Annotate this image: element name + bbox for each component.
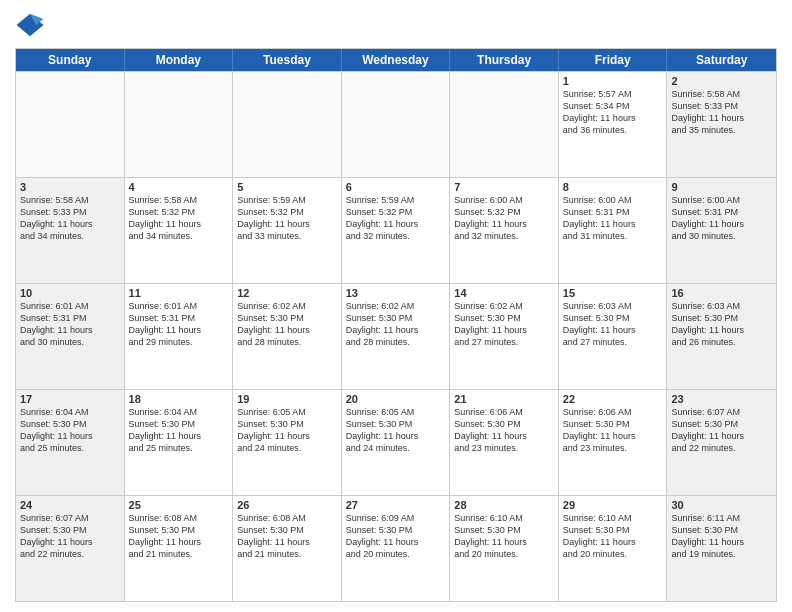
day-number: 23 bbox=[671, 393, 772, 405]
cell-info: Sunrise: 6:10 AMSunset: 5:30 PMDaylight:… bbox=[563, 512, 663, 561]
calendar-header: SundayMondayTuesdayWednesdayThursdayFrid… bbox=[16, 49, 776, 71]
cell-info: Sunrise: 6:06 AMSunset: 5:30 PMDaylight:… bbox=[454, 406, 554, 455]
cal-cell-empty bbox=[342, 72, 451, 177]
day-number: 25 bbox=[129, 499, 229, 511]
cal-cell-10: 10Sunrise: 6:01 AMSunset: 5:31 PMDayligh… bbox=[16, 284, 125, 389]
day-number: 13 bbox=[346, 287, 446, 299]
cal-row-1: 3Sunrise: 5:58 AMSunset: 5:33 PMDaylight… bbox=[16, 177, 776, 283]
day-number: 7 bbox=[454, 181, 554, 193]
day-number: 3 bbox=[20, 181, 120, 193]
cal-cell-7: 7Sunrise: 6:00 AMSunset: 5:32 PMDaylight… bbox=[450, 178, 559, 283]
day-number: 20 bbox=[346, 393, 446, 405]
calendar: SundayMondayTuesdayWednesdayThursdayFrid… bbox=[15, 48, 777, 602]
cell-info: Sunrise: 6:07 AMSunset: 5:30 PMDaylight:… bbox=[671, 406, 772, 455]
cal-cell-24: 24Sunrise: 6:07 AMSunset: 5:30 PMDayligh… bbox=[16, 496, 125, 601]
cal-cell-empty bbox=[233, 72, 342, 177]
cal-cell-12: 12Sunrise: 6:02 AMSunset: 5:30 PMDayligh… bbox=[233, 284, 342, 389]
day-number: 28 bbox=[454, 499, 554, 511]
cal-cell-6: 6Sunrise: 5:59 AMSunset: 5:32 PMDaylight… bbox=[342, 178, 451, 283]
day-number: 17 bbox=[20, 393, 120, 405]
day-number: 10 bbox=[20, 287, 120, 299]
day-number: 2 bbox=[671, 75, 772, 87]
cell-info: Sunrise: 6:04 AMSunset: 5:30 PMDaylight:… bbox=[20, 406, 120, 455]
cell-info: Sunrise: 6:07 AMSunset: 5:30 PMDaylight:… bbox=[20, 512, 120, 561]
cell-info: Sunrise: 5:59 AMSunset: 5:32 PMDaylight:… bbox=[237, 194, 337, 243]
logo-icon bbox=[15, 10, 45, 40]
cell-info: Sunrise: 6:05 AMSunset: 5:30 PMDaylight:… bbox=[346, 406, 446, 455]
day-number: 19 bbox=[237, 393, 337, 405]
day-number: 5 bbox=[237, 181, 337, 193]
cal-cell-4: 4Sunrise: 5:58 AMSunset: 5:32 PMDaylight… bbox=[125, 178, 234, 283]
cell-info: Sunrise: 6:03 AMSunset: 5:30 PMDaylight:… bbox=[563, 300, 663, 349]
cell-info: Sunrise: 5:58 AMSunset: 5:33 PMDaylight:… bbox=[671, 88, 772, 137]
cal-cell-empty bbox=[125, 72, 234, 177]
cell-info: Sunrise: 6:04 AMSunset: 5:30 PMDaylight:… bbox=[129, 406, 229, 455]
day-number: 26 bbox=[237, 499, 337, 511]
cal-cell-27: 27Sunrise: 6:09 AMSunset: 5:30 PMDayligh… bbox=[342, 496, 451, 601]
cal-cell-empty bbox=[16, 72, 125, 177]
cal-row-0: 1Sunrise: 5:57 AMSunset: 5:34 PMDaylight… bbox=[16, 71, 776, 177]
day-number: 21 bbox=[454, 393, 554, 405]
cell-info: Sunrise: 6:02 AMSunset: 5:30 PMDaylight:… bbox=[237, 300, 337, 349]
cell-info: Sunrise: 6:00 AMSunset: 5:31 PMDaylight:… bbox=[671, 194, 772, 243]
day-number: 14 bbox=[454, 287, 554, 299]
day-number: 4 bbox=[129, 181, 229, 193]
day-of-week-tuesday: Tuesday bbox=[233, 49, 342, 71]
cal-cell-21: 21Sunrise: 6:06 AMSunset: 5:30 PMDayligh… bbox=[450, 390, 559, 495]
cal-cell-28: 28Sunrise: 6:10 AMSunset: 5:30 PMDayligh… bbox=[450, 496, 559, 601]
cell-info: Sunrise: 6:00 AMSunset: 5:31 PMDaylight:… bbox=[563, 194, 663, 243]
day-number: 15 bbox=[563, 287, 663, 299]
day-number: 8 bbox=[563, 181, 663, 193]
cell-info: Sunrise: 5:59 AMSunset: 5:32 PMDaylight:… bbox=[346, 194, 446, 243]
day-number: 27 bbox=[346, 499, 446, 511]
cal-cell-9: 9Sunrise: 6:00 AMSunset: 5:31 PMDaylight… bbox=[667, 178, 776, 283]
cal-row-4: 24Sunrise: 6:07 AMSunset: 5:30 PMDayligh… bbox=[16, 495, 776, 601]
cell-info: Sunrise: 6:09 AMSunset: 5:30 PMDaylight:… bbox=[346, 512, 446, 561]
cell-info: Sunrise: 6:08 AMSunset: 5:30 PMDaylight:… bbox=[129, 512, 229, 561]
day-number: 1 bbox=[563, 75, 663, 87]
cal-cell-20: 20Sunrise: 6:05 AMSunset: 5:30 PMDayligh… bbox=[342, 390, 451, 495]
day-number: 9 bbox=[671, 181, 772, 193]
cell-info: Sunrise: 6:02 AMSunset: 5:30 PMDaylight:… bbox=[346, 300, 446, 349]
cal-cell-23: 23Sunrise: 6:07 AMSunset: 5:30 PMDayligh… bbox=[667, 390, 776, 495]
cell-info: Sunrise: 6:00 AMSunset: 5:32 PMDaylight:… bbox=[454, 194, 554, 243]
day-number: 16 bbox=[671, 287, 772, 299]
calendar-body: 1Sunrise: 5:57 AMSunset: 5:34 PMDaylight… bbox=[16, 71, 776, 601]
day-number: 24 bbox=[20, 499, 120, 511]
cal-cell-1: 1Sunrise: 5:57 AMSunset: 5:34 PMDaylight… bbox=[559, 72, 668, 177]
day-of-week-wednesday: Wednesday bbox=[342, 49, 451, 71]
cell-info: Sunrise: 6:02 AMSunset: 5:30 PMDaylight:… bbox=[454, 300, 554, 349]
day-number: 6 bbox=[346, 181, 446, 193]
day-number: 30 bbox=[671, 499, 772, 511]
day-of-week-thursday: Thursday bbox=[450, 49, 559, 71]
cal-cell-30: 30Sunrise: 6:11 AMSunset: 5:30 PMDayligh… bbox=[667, 496, 776, 601]
cal-row-2: 10Sunrise: 6:01 AMSunset: 5:31 PMDayligh… bbox=[16, 283, 776, 389]
cal-cell-14: 14Sunrise: 6:02 AMSunset: 5:30 PMDayligh… bbox=[450, 284, 559, 389]
cal-cell-26: 26Sunrise: 6:08 AMSunset: 5:30 PMDayligh… bbox=[233, 496, 342, 601]
cell-info: Sunrise: 6:08 AMSunset: 5:30 PMDaylight:… bbox=[237, 512, 337, 561]
cell-info: Sunrise: 5:58 AMSunset: 5:33 PMDaylight:… bbox=[20, 194, 120, 243]
cal-cell-29: 29Sunrise: 6:10 AMSunset: 5:30 PMDayligh… bbox=[559, 496, 668, 601]
cal-cell-11: 11Sunrise: 6:01 AMSunset: 5:31 PMDayligh… bbox=[125, 284, 234, 389]
cal-row-3: 17Sunrise: 6:04 AMSunset: 5:30 PMDayligh… bbox=[16, 389, 776, 495]
cell-info: Sunrise: 6:01 AMSunset: 5:31 PMDaylight:… bbox=[129, 300, 229, 349]
cell-info: Sunrise: 6:06 AMSunset: 5:30 PMDaylight:… bbox=[563, 406, 663, 455]
cal-cell-19: 19Sunrise: 6:05 AMSunset: 5:30 PMDayligh… bbox=[233, 390, 342, 495]
cell-info: Sunrise: 5:57 AMSunset: 5:34 PMDaylight:… bbox=[563, 88, 663, 137]
day-number: 18 bbox=[129, 393, 229, 405]
cal-cell-3: 3Sunrise: 5:58 AMSunset: 5:33 PMDaylight… bbox=[16, 178, 125, 283]
cal-cell-17: 17Sunrise: 6:04 AMSunset: 5:30 PMDayligh… bbox=[16, 390, 125, 495]
cell-info: Sunrise: 6:10 AMSunset: 5:30 PMDaylight:… bbox=[454, 512, 554, 561]
day-number: 29 bbox=[563, 499, 663, 511]
page: SundayMondayTuesdayWednesdayThursdayFrid… bbox=[0, 0, 792, 612]
cell-info: Sunrise: 5:58 AMSunset: 5:32 PMDaylight:… bbox=[129, 194, 229, 243]
cell-info: Sunrise: 6:11 AMSunset: 5:30 PMDaylight:… bbox=[671, 512, 772, 561]
cal-cell-18: 18Sunrise: 6:04 AMSunset: 5:30 PMDayligh… bbox=[125, 390, 234, 495]
svg-marker-0 bbox=[17, 14, 44, 37]
cal-cell-8: 8Sunrise: 6:00 AMSunset: 5:31 PMDaylight… bbox=[559, 178, 668, 283]
cell-info: Sunrise: 6:05 AMSunset: 5:30 PMDaylight:… bbox=[237, 406, 337, 455]
day-of-week-sunday: Sunday bbox=[16, 49, 125, 71]
day-of-week-friday: Friday bbox=[559, 49, 668, 71]
day-of-week-saturday: Saturday bbox=[667, 49, 776, 71]
day-number: 11 bbox=[129, 287, 229, 299]
